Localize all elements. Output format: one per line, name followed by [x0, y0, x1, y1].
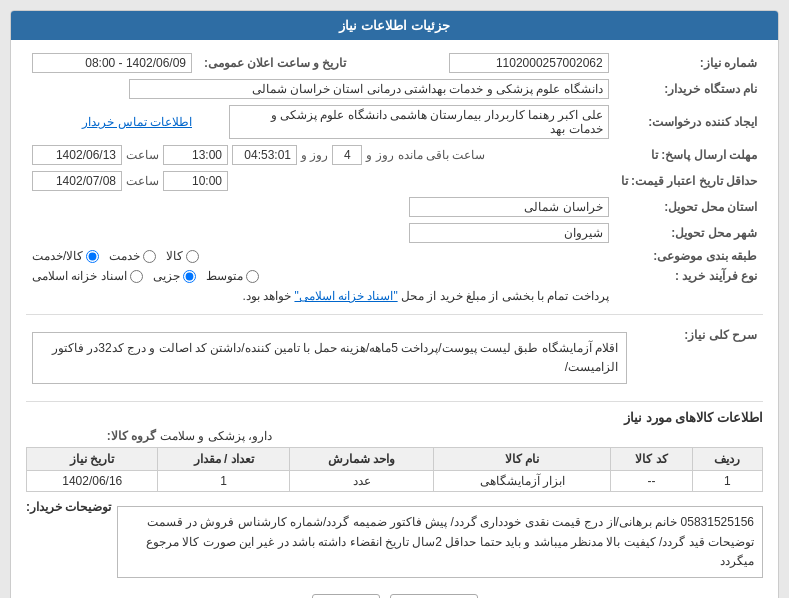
saat-label: ساعت — [126, 148, 159, 162]
ijad-konande-value: علی اکبر رهنما کاربردار بیمارستان هاشمی … — [229, 105, 609, 139]
hadadal-date: 1402/07/08 — [32, 171, 122, 191]
tabaqe-khedmat-radio[interactable] — [143, 250, 156, 263]
rozo-label: روز و — [366, 148, 393, 162]
notes-label: توضیحات خریدار: — [26, 500, 111, 514]
serh-kali-box: اقلام آزمایشگاه طبق لیست پیوست/پرداخت 5م… — [32, 332, 627, 384]
shomara-niaz-value: 1102000257002062 — [449, 53, 609, 73]
now-farayand-radio-group: اسناد خزانه اسلامی جزیی متوسط — [32, 269, 609, 283]
saat-label2: ساعت — [126, 174, 159, 188]
tabaqe-khedmat-label: خدمت — [109, 249, 140, 263]
asnаd-radio[interactable] — [130, 270, 143, 283]
ostan-value: خراسان شمالی — [409, 197, 609, 217]
items-tbody: 1 -- ابزار آزمایشگاهی عدد 1 1402/06/16 — [27, 471, 763, 492]
ostan-label: استان محل تحویل: — [615, 194, 763, 220]
mohlet-roz: 4 — [332, 145, 362, 165]
info-table: شماره نیاز: 1102000257002062 شماره نیاز:… — [26, 50, 763, 306]
motovaset-radio[interactable] — [246, 270, 259, 283]
tabaqe-kala-khedmat-radio[interactable] — [86, 250, 99, 263]
pardakht-suffix: خواهد بود. — [242, 289, 291, 303]
row-tabaqe: طبقه بندی موضوعی: کالا/خدمت خدمت — [26, 246, 763, 266]
jozii-label: جزیی — [153, 269, 180, 283]
jozii-radio[interactable] — [183, 270, 196, 283]
cell-nam-kala: ابزار آزمایشگاهی — [434, 471, 611, 492]
hadadal-label: حداقل تاریخ اعتبار قیمت: تا — [615, 168, 763, 194]
mohlet-countdown-time: 04:53:01 — [232, 145, 297, 165]
cell-tarikh: 1402/06/16 — [27, 471, 158, 492]
notes-box: 05831525156 خانم برهانی/از درج قیمت نقدی… — [117, 506, 763, 578]
bottom-buttons: بازگشت چاپ — [26, 594, 763, 598]
tabaqe-kala-khedmat-label: کالا/خدمت — [32, 249, 83, 263]
row-serh-kali: سرح کلی نیاز: اقلام آزمایشگاه طبق لیست پ… — [26, 323, 763, 393]
col-nam-kala: نام کالا — [434, 448, 611, 471]
mohlet-ersal-label: مهلت ارسال پاسخ: تا — [615, 142, 763, 168]
col-kod-kala: کد کالا — [611, 448, 693, 471]
row-now-farayand: نوع فرآیند خرید : اسناد خزانه اسلامی جزی… — [26, 266, 763, 286]
etelaat-tamas-link[interactable]: اطلاعات تماس خریدار — [82, 115, 192, 129]
shomara-niaz-label: شماره نیاز: — [615, 50, 763, 76]
tabaqe-label: طبقه بندی موضوعی: — [615, 246, 763, 266]
serh-kali-table: سرح کلی نیاز: اقلام آزمایشگاه طبق لیست پ… — [26, 323, 763, 393]
mohlet-time: 13:00 — [163, 145, 228, 165]
pardakht-text: پرداخت تمام با بخشی از مبلغ خرید از محل — [401, 289, 609, 303]
page-wrapper: جزئیات اطلاعات نیاز شماره نیاز: 11020002… — [0, 0, 789, 598]
row-nam-dastgah: نام دستگاه خریدار: دانشگاه علوم پزشکی و … — [26, 76, 763, 102]
hadadal-row: 1402/07/08 ساعت 10:00 — [32, 171, 609, 191]
notes-row: توضیحات خریدار: 05831525156 خانم برهانی/… — [26, 500, 763, 584]
nam-dastgah-value: دانشگاه علوم پزشکی و خدمات بهداشتی درمان… — [129, 79, 609, 99]
tarikh-aelaan-value: 1402/06/09 - 08:00 — [32, 53, 192, 73]
tabaqe-kala-radio[interactable] — [186, 250, 199, 263]
ijad-konande-label: ایجاد کننده درخواست: — [615, 102, 763, 142]
col-vahed: واحد شمارش — [289, 448, 434, 471]
tabaqe-kala-label: کالا — [166, 249, 183, 263]
countdown-remaining-label: ساعت باقی مانده — [398, 148, 486, 162]
now-farayand-asnад: اسناد خزانه اسلامی — [32, 269, 143, 283]
tabaqe-radio-kala-khedmat: کالا/خدمت — [32, 249, 99, 263]
table-row: 1 -- ابزار آزمایشگاهی عدد 1 1402/06/16 — [27, 471, 763, 492]
cell-tedad: 1 — [158, 471, 289, 492]
shahr-value: شیروان — [409, 223, 609, 243]
roz-label: روز و — [301, 148, 328, 162]
motovaset-label: متوسط — [206, 269, 243, 283]
tarikh-label: شماره نیاز: تاریخ و ساعت اعلان عمومی: — [198, 50, 352, 76]
page-title: جزئیات اطلاعات نیاز — [339, 18, 449, 33]
tabaqe-radio-kala: کالا — [166, 249, 199, 263]
cell-radif: 1 — [692, 471, 762, 492]
items-header-row: ردیف کد کالا نام کالا واحد شمارش تعداد /… — [27, 448, 763, 471]
nam-dastgah-label: نام دستگاه خریدار: — [615, 76, 763, 102]
row-shahr: شهر محل تحویل: شیروان — [26, 220, 763, 246]
now-farayand-motovaset: متوسط — [206, 269, 259, 283]
gorohe-kala-label: گروه کالا: — [26, 429, 156, 443]
row-mohlet-ersal: مهلت ارسال پاسخ: تا 1402/06/13 ساعت 13:0… — [26, 142, 763, 168]
cell-kod-kala: -- — [611, 471, 693, 492]
row-ostan: استان محل تحویل: خراسان شمالی — [26, 194, 763, 220]
row-hadadal: حداقل تاریخ اعتبار قیمت: تا 1402/07/08 س… — [26, 168, 763, 194]
gorohe-kala-row: گروه کالا: دارو، پزشکی و سلامت — [26, 429, 763, 443]
divider-1 — [26, 314, 763, 315]
row-pardakht: پرداخت تمام با بخشی از مبلغ خرید از محل … — [26, 286, 763, 306]
row-ijad-konande: ایجاد کننده درخواست: علی اکبر رهنما کارب… — [26, 102, 763, 142]
now-farayand-jozii: جزیی — [153, 269, 196, 283]
gorohe-kala-value: دارو، پزشکی و سلامت — [160, 429, 272, 443]
now-farayand-label: نوع فرآیند خرید : — [615, 266, 763, 286]
col-radif: ردیف — [692, 448, 762, 471]
pardakht-link[interactable]: "اسناد خزانه اسلامی" — [294, 289, 397, 303]
asnаd-label: اسناد خزانه اسلامی — [32, 269, 127, 283]
shahr-label: شهر محل تحویل: — [615, 220, 763, 246]
etelaat-kalaha-title: اطلاعات کالاهای مورد نیاز — [26, 410, 763, 425]
cell-vahed: عدد — [289, 471, 434, 492]
serh-kali-label: سرح کلی نیاز: — [633, 323, 763, 393]
col-tarikh: تاریخ نیاز — [27, 448, 158, 471]
card-body: شماره نیاز: 1102000257002062 شماره نیاز:… — [11, 40, 778, 598]
tabaqe-radio-khedmat: خدمت — [109, 249, 156, 263]
mohlet-date: 1402/06/13 — [32, 145, 122, 165]
row-shomara-niaz: شماره نیاز: 1102000257002062 شماره نیاز:… — [26, 50, 763, 76]
tabaqe-radio-group: کالا/خدمت خدمت کالا — [32, 249, 609, 263]
main-card: جزئیات اطلاعات نیاز شماره نیاز: 11020002… — [10, 10, 779, 598]
items-table: ردیف کد کالا نام کالا واحد شمارش تعداد /… — [26, 447, 763, 492]
print-button[interactable]: چاپ — [312, 594, 380, 598]
divider-2 — [26, 401, 763, 402]
items-thead: ردیف کد کالا نام کالا واحد شمارش تعداد /… — [27, 448, 763, 471]
mohlet-row: 1402/06/13 ساعت 13:00 04:53:01 روز و 4 ر… — [32, 145, 609, 165]
back-button[interactable]: بازگشت — [390, 594, 478, 598]
card-header: جزئیات اطلاعات نیاز — [11, 11, 778, 40]
